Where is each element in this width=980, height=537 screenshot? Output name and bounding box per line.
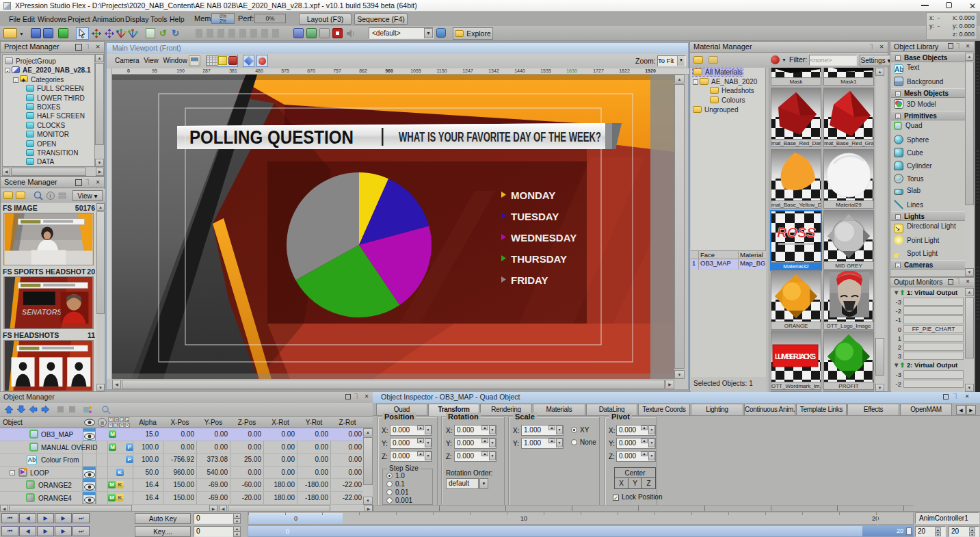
svg-text:WEDNESDAY: WEDNESDAY bbox=[511, 232, 577, 244]
svg-text:FRIDAY: FRIDAY bbox=[511, 274, 548, 286]
svg-text:MONDAY: MONDAY bbox=[511, 189, 555, 201]
svg-text:SENATORS: SENATORS bbox=[22, 308, 62, 316]
svg-text:TUESDAY: TUESDAY bbox=[511, 211, 559, 222]
svg-text:THURSDAY: THURSDAY bbox=[511, 253, 567, 265]
svg-text:WHAT IS YOUR FAVORITE DAY OF T: WHAT IS YOUR FAVORITE DAY OF THE WEEK? bbox=[399, 129, 601, 144]
svg-text:LUMBERJACKS: LUMBERJACKS bbox=[775, 352, 816, 361]
svg-text:POLLING QUESTION: POLLING QUESTION bbox=[189, 127, 354, 148]
svg-text:ROSS: ROSS bbox=[777, 225, 816, 240]
svg-text:i: i bbox=[50, 193, 51, 199]
